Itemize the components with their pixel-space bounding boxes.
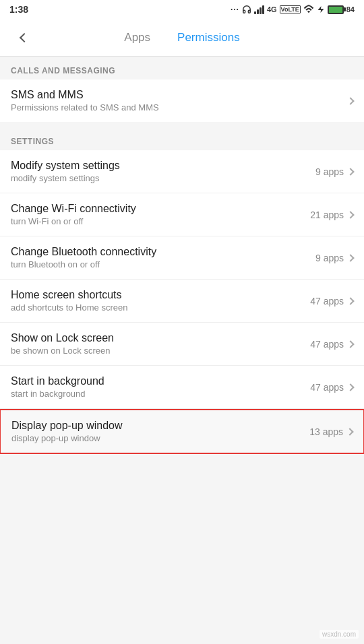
background-right: 47 apps — [310, 382, 353, 393]
sms-mms-content: SMS and MMS Permissions related to SMS a… — [11, 89, 340, 112]
chevron-right-icon — [346, 383, 354, 391]
home-shortcuts-subtitle: add shortcuts to Home screen — [11, 302, 302, 313]
sms-mms-subtitle: Permissions related to SMS and MMS — [11, 102, 340, 112]
status-icons: ··· 4G VoLTE 84 — [231, 5, 355, 14]
wifi-count: 21 apps — [310, 210, 344, 220]
chevron-right-icon — [346, 428, 353, 435]
signal-icon — [254, 5, 264, 14]
list-calls-messaging: SMS and MMS Permissions related to SMS a… — [0, 79, 364, 122]
lock-screen-title: Show on Lock screen — [11, 332, 302, 344]
lock-screen-subtitle: be shown on Lock screen — [11, 346, 302, 356]
dots-icon: ··· — [231, 5, 239, 14]
lock-screen-right: 47 apps — [310, 339, 353, 350]
section-header-calls: CALLS AND MESSAGING — [0, 57, 364, 79]
chevron-right-icon — [346, 211, 354, 218]
home-shortcuts-right: 47 apps — [310, 296, 353, 307]
popup-window-content: Display pop-up window display pop-up win… — [11, 420, 301, 443]
back-chevron-icon — [20, 32, 29, 42]
lock-screen-content: Show on Lock screen be shown on Lock scr… — [11, 332, 302, 356]
list-item-sms-mms[interactable]: SMS and MMS Permissions related to SMS a… — [0, 79, 364, 122]
sms-mms-right — [348, 98, 353, 104]
status-time: 1:38 — [9, 4, 28, 15]
section-divider — [0, 122, 364, 127]
svg-marker-0 — [317, 6, 324, 13]
background-subtitle: start in background — [11, 389, 302, 399]
modify-system-count: 9 apps — [315, 166, 344, 177]
modify-system-content: Modify system settings modify system set… — [11, 160, 307, 183]
background-title: Start in background — [11, 375, 302, 387]
top-navigation: Apps Permissions — [0, 19, 364, 57]
list-item-modify-system[interactable]: Modify system settings modify system set… — [0, 150, 364, 193]
section-calls-messaging: CALLS AND MESSAGING SMS and MMS Permissi… — [0, 57, 364, 122]
bluetooth-content: Change Bluetooth connectivity turn Bluet… — [11, 246, 307, 269]
tab-permissions[interactable]: Permissions — [177, 28, 240, 47]
lock-screen-count: 47 apps — [310, 339, 344, 350]
bluetooth-count: 9 apps — [315, 253, 344, 263]
home-shortcuts-title: Home screen shortcuts — [11, 289, 302, 301]
modify-system-subtitle: modify system settings — [11, 173, 307, 183]
home-shortcuts-content: Home screen shortcuts add shortcuts to H… — [11, 289, 302, 313]
list-settings: Modify system settings modify system set… — [0, 150, 364, 454]
chevron-right-icon — [346, 340, 354, 348]
watermark: wsxdn.com — [320, 630, 359, 639]
list-item-background[interactable]: Start in background start in background … — [0, 366, 364, 409]
popup-window-subtitle: display pop-up window — [11, 433, 301, 443]
wifi-icon — [303, 5, 314, 14]
bluetooth-right: 9 apps — [315, 253, 353, 263]
section-settings: SETTINGS Modify system settings modify s… — [0, 127, 364, 454]
chevron-right-icon — [346, 254, 354, 261]
list-item-home-shortcuts[interactable]: Home screen shortcuts add shortcuts to H… — [0, 280, 364, 323]
sms-mms-title: SMS and MMS — [11, 89, 340, 101]
nav-tabs: Apps Permissions — [38, 28, 326, 47]
chevron-right-icon — [346, 168, 354, 175]
wifi-right: 21 apps — [310, 210, 353, 220]
home-shortcuts-count: 47 apps — [310, 296, 344, 307]
popup-window-count: 13 apps — [309, 426, 343, 437]
headphone-icon — [242, 5, 251, 14]
list-item-lock-screen[interactable]: Show on Lock screen be shown on Lock scr… — [0, 323, 364, 366]
chevron-right-icon — [346, 297, 354, 304]
battery-percent: 84 — [346, 5, 355, 13]
battery-icon — [328, 5, 344, 14]
list-item-popup-window[interactable]: Display pop-up window display pop-up win… — [0, 409, 364, 454]
wifi-content: Change Wi-Fi connectivity turn Wi-Fi on … — [11, 203, 302, 226]
list-item-bluetooth[interactable]: Change Bluetooth connectivity turn Bluet… — [0, 236, 364, 280]
popup-window-title: Display pop-up window — [11, 420, 301, 432]
popup-window-right: 13 apps — [309, 426, 353, 437]
wifi-subtitle: turn Wi-Fi on or off — [11, 216, 302, 226]
background-count: 47 apps — [310, 382, 344, 393]
status-bar: 1:38 ··· 4G VoLTE 84 — [0, 0, 364, 19]
network-label: 4G — [267, 5, 277, 13]
tab-apps[interactable]: Apps — [124, 28, 150, 47]
wifi-title: Change Wi-Fi connectivity — [11, 203, 302, 215]
section-header-settings: SETTINGS — [0, 127, 364, 150]
back-button[interactable] — [11, 24, 38, 51]
background-content: Start in background start in background — [11, 375, 302, 399]
chevron-right-icon — [346, 97, 354, 104]
list-item-wifi[interactable]: Change Wi-Fi connectivity turn Wi-Fi on … — [0, 193, 364, 236]
bluetooth-title: Change Bluetooth connectivity — [11, 246, 307, 258]
charge-icon — [317, 5, 325, 14]
bluetooth-subtitle: turn Bluetooth on or off — [11, 259, 307, 269]
modify-system-title: Modify system settings — [11, 160, 307, 172]
volte-label: VoLTE — [280, 5, 301, 13]
modify-system-right: 9 apps — [315, 166, 353, 177]
